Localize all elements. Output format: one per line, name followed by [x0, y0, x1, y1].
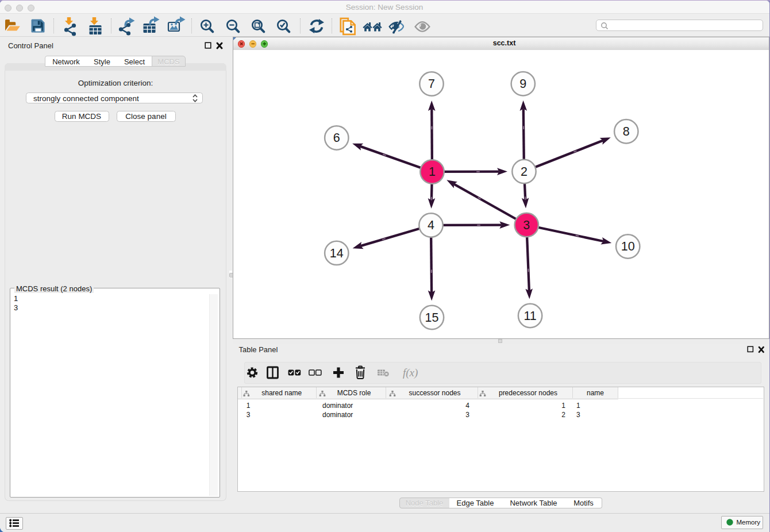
svg-text:2: 2: [521, 165, 528, 179]
svg-text:4: 4: [428, 218, 434, 232]
svg-text:3: 3: [523, 218, 530, 232]
svg-text:f(x): f(x): [403, 367, 418, 379]
svg-text:9: 9: [519, 77, 526, 91]
svg-text:14: 14: [329, 246, 343, 260]
svg-text:15: 15: [425, 311, 438, 325]
svg-text:6: 6: [333, 131, 340, 145]
svg-text:8: 8: [622, 125, 629, 138]
svg-text:11: 11: [523, 309, 536, 323]
svg-text:1: 1: [429, 165, 436, 179]
svg-text:10: 10: [621, 240, 634, 253]
svg-text:7: 7: [428, 77, 435, 91]
